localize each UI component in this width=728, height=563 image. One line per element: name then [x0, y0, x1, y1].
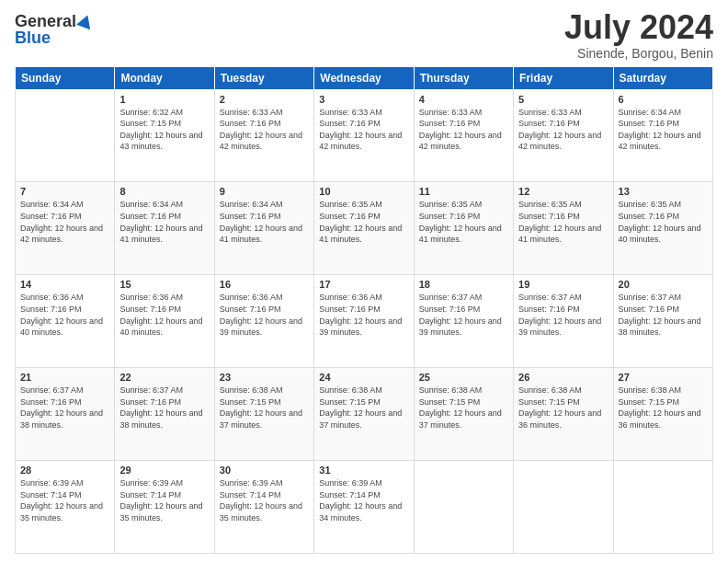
day-detail: Sunrise: 6:33 AMSunset: 7:16 PMDaylight:… [518, 107, 608, 153]
table-row: 3Sunrise: 6:33 AMSunset: 7:16 PMDaylight… [314, 89, 414, 182]
day-number: 14 [20, 279, 109, 290]
table-row: 21Sunrise: 6:37 AMSunset: 7:16 PMDayligh… [16, 368, 115, 461]
table-row: 8Sunrise: 6:34 AMSunset: 7:16 PMDaylight… [115, 182, 214, 275]
day-number: 23 [220, 372, 309, 383]
day-detail: Sunrise: 6:34 AMSunset: 7:16 PMDaylight:… [119, 199, 209, 245]
table-row [414, 461, 513, 554]
day-detail: Sunrise: 6:33 AMSunset: 7:16 PMDaylight:… [419, 107, 508, 153]
logo-blue-text: Blue [15, 29, 51, 46]
day-detail: Sunrise: 6:35 AMSunset: 7:16 PMDaylight:… [319, 199, 408, 245]
table-row: 26Sunrise: 6:38 AMSunset: 7:15 PMDayligh… [514, 368, 613, 461]
day-number: 10 [319, 186, 408, 197]
day-number: 9 [220, 186, 309, 197]
location: Sinende, Borgou, Benin [564, 46, 713, 61]
day-detail: Sunrise: 6:36 AMSunset: 7:16 PMDaylight:… [319, 292, 408, 338]
day-number: 3 [319, 94, 408, 105]
day-number: 24 [319, 372, 408, 383]
day-number: 7 [20, 186, 109, 197]
col-friday: Friday [514, 66, 613, 89]
logo-triangle-icon [76, 13, 95, 30]
table-row: 6Sunrise: 6:34 AMSunset: 7:16 PMDaylight… [613, 89, 712, 182]
day-number: 15 [119, 279, 209, 290]
day-number: 21 [20, 372, 109, 383]
day-detail: Sunrise: 6:39 AMSunset: 7:14 PMDaylight:… [319, 477, 408, 523]
day-detail: Sunrise: 6:37 AMSunset: 7:16 PMDaylight:… [619, 292, 708, 338]
day-number: 20 [619, 279, 708, 290]
table-row: 25Sunrise: 6:38 AMSunset: 7:15 PMDayligh… [414, 368, 513, 461]
day-detail: Sunrise: 6:38 AMSunset: 7:15 PMDaylight:… [518, 385, 608, 431]
day-number: 27 [619, 372, 708, 383]
calendar-week-row: 7Sunrise: 6:34 AMSunset: 7:16 PMDaylight… [16, 182, 713, 275]
table-row: 24Sunrise: 6:38 AMSunset: 7:15 PMDayligh… [314, 368, 414, 461]
day-number: 11 [419, 186, 508, 197]
day-detail: Sunrise: 6:34 AMSunset: 7:16 PMDaylight:… [220, 199, 309, 245]
day-detail: Sunrise: 6:37 AMSunset: 7:16 PMDaylight:… [518, 292, 608, 338]
table-row: 14Sunrise: 6:36 AMSunset: 7:16 PMDayligh… [16, 275, 115, 368]
day-number: 31 [319, 465, 408, 476]
day-number: 22 [119, 372, 209, 383]
col-wednesday: Wednesday [314, 66, 414, 89]
day-detail: Sunrise: 6:37 AMSunset: 7:16 PMDaylight:… [419, 292, 508, 338]
day-detail: Sunrise: 6:37 AMSunset: 7:16 PMDaylight:… [119, 385, 209, 431]
day-number: 28 [20, 465, 109, 476]
calendar-week-row: 14Sunrise: 6:36 AMSunset: 7:16 PMDayligh… [16, 275, 713, 368]
calendar-week-row: 1Sunrise: 6:32 AMSunset: 7:15 PMDaylight… [16, 89, 713, 182]
col-tuesday: Tuesday [214, 66, 313, 89]
day-number: 4 [419, 94, 508, 105]
table-row: 15Sunrise: 6:36 AMSunset: 7:16 PMDayligh… [115, 275, 214, 368]
calendar-header-row: Sunday Monday Tuesday Wednesday Thursday… [16, 66, 713, 89]
table-row: 19Sunrise: 6:37 AMSunset: 7:16 PMDayligh… [514, 275, 613, 368]
title-block: July 2024 Sinende, Borgou, Benin [564, 9, 713, 61]
logo: General Blue [15, 13, 93, 46]
table-row: 7Sunrise: 6:34 AMSunset: 7:16 PMDaylight… [16, 182, 115, 275]
day-number: 17 [319, 279, 408, 290]
day-detail: Sunrise: 6:34 AMSunset: 7:16 PMDaylight:… [619, 107, 708, 153]
day-detail: Sunrise: 6:38 AMSunset: 7:15 PMDaylight:… [220, 385, 309, 431]
table-row: 29Sunrise: 6:39 AMSunset: 7:14 PMDayligh… [115, 461, 214, 554]
header: General Blue July 2024 Sinende, Borgou, … [15, 9, 713, 61]
day-number: 2 [220, 94, 309, 105]
day-number: 1 [119, 94, 209, 105]
day-number: 16 [220, 279, 309, 290]
logo-general-text: General [15, 13, 76, 29]
table-row: 12Sunrise: 6:35 AMSunset: 7:16 PMDayligh… [514, 182, 613, 275]
day-number: 6 [619, 94, 708, 105]
table-row: 30Sunrise: 6:39 AMSunset: 7:14 PMDayligh… [214, 461, 313, 554]
table-row: 13Sunrise: 6:35 AMSunset: 7:16 PMDayligh… [613, 182, 712, 275]
month-title: July 2024 [564, 9, 713, 46]
day-number: 25 [419, 372, 508, 383]
day-detail: Sunrise: 6:36 AMSunset: 7:16 PMDaylight:… [119, 292, 209, 338]
day-detail: Sunrise: 6:36 AMSunset: 7:16 PMDaylight:… [220, 292, 309, 338]
day-number: 12 [518, 186, 608, 197]
table-row: 20Sunrise: 6:37 AMSunset: 7:16 PMDayligh… [613, 275, 712, 368]
table-row [514, 461, 613, 554]
calendar-week-row: 21Sunrise: 6:37 AMSunset: 7:16 PMDayligh… [16, 368, 713, 461]
day-detail: Sunrise: 6:35 AMSunset: 7:16 PMDaylight:… [419, 199, 508, 245]
day-number: 19 [518, 279, 608, 290]
col-sunday: Sunday [16, 66, 115, 89]
day-detail: Sunrise: 6:39 AMSunset: 7:14 PMDaylight:… [220, 477, 309, 523]
table-row: 9Sunrise: 6:34 AMSunset: 7:16 PMDaylight… [214, 182, 313, 275]
table-row: 27Sunrise: 6:38 AMSunset: 7:15 PMDayligh… [613, 368, 712, 461]
day-number: 18 [419, 279, 508, 290]
table-row: 16Sunrise: 6:36 AMSunset: 7:16 PMDayligh… [214, 275, 313, 368]
col-saturday: Saturday [613, 66, 712, 89]
table-row: 17Sunrise: 6:36 AMSunset: 7:16 PMDayligh… [314, 275, 414, 368]
table-row [16, 89, 115, 182]
table-row: 28Sunrise: 6:39 AMSunset: 7:14 PMDayligh… [16, 461, 115, 554]
table-row: 4Sunrise: 6:33 AMSunset: 7:16 PMDaylight… [414, 89, 513, 182]
day-number: 5 [518, 94, 608, 105]
table-row: 10Sunrise: 6:35 AMSunset: 7:16 PMDayligh… [314, 182, 414, 275]
day-number: 13 [619, 186, 708, 197]
day-detail: Sunrise: 6:35 AMSunset: 7:16 PMDaylight:… [518, 199, 608, 245]
table-row: 5Sunrise: 6:33 AMSunset: 7:16 PMDaylight… [514, 89, 613, 182]
col-thursday: Thursday [414, 66, 513, 89]
day-detail: Sunrise: 6:33 AMSunset: 7:16 PMDaylight:… [319, 107, 408, 153]
day-detail: Sunrise: 6:36 AMSunset: 7:16 PMDaylight:… [20, 292, 109, 338]
table-row: 1Sunrise: 6:32 AMSunset: 7:15 PMDaylight… [115, 89, 214, 182]
day-detail: Sunrise: 6:33 AMSunset: 7:16 PMDaylight:… [220, 107, 309, 153]
day-detail: Sunrise: 6:39 AMSunset: 7:14 PMDaylight:… [20, 477, 109, 523]
day-detail: Sunrise: 6:38 AMSunset: 7:15 PMDaylight:… [419, 385, 508, 431]
day-detail: Sunrise: 6:35 AMSunset: 7:16 PMDaylight:… [619, 199, 708, 245]
table-row: 22Sunrise: 6:37 AMSunset: 7:16 PMDayligh… [115, 368, 214, 461]
